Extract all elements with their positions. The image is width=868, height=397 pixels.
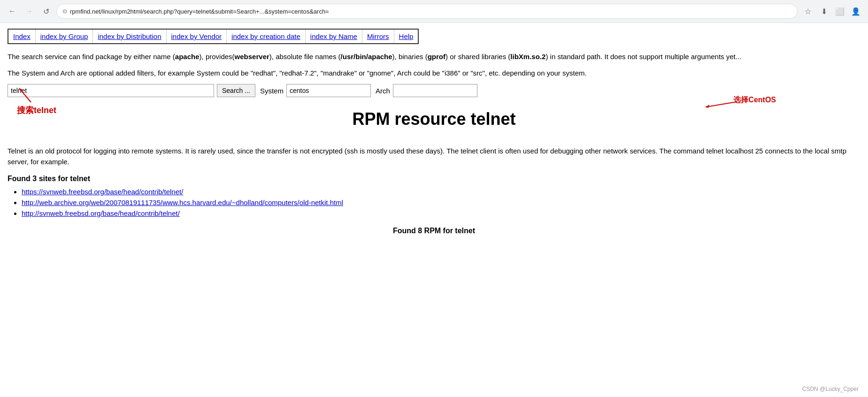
browser-chrome: ← → ↺ ⊙ rpmfind.net/linux/rpm2html/searc… — [0, 0, 868, 23]
url-text: rpmfind.net/linux/rpm2html/search.php?qu… — [70, 8, 791, 15]
bookmark-button[interactable]: ☆ — [801, 5, 814, 18]
search-telnet-annotation: 搜索telnet — [17, 105, 56, 116]
forward-button[interactable]: → — [23, 5, 36, 18]
nav-index-distribution[interactable]: index by Distribution — [93, 30, 166, 43]
browser-toolbar: ← → ↺ ⊙ rpmfind.net/linux/rpm2html/searc… — [0, 0, 868, 23]
found-rpm-heading: Found 8 RPM for telnet — [8, 227, 860, 235]
annotations-area: 搜索telnet RPM resource telnet 选择CentOS — [8, 100, 860, 142]
site-link-2[interactable]: http://web.archive.org/web/2007081911173… — [22, 198, 343, 206]
svg-marker-3 — [706, 105, 709, 108]
svg-line-2 — [706, 102, 734, 107]
profile-button[interactable]: 👤 — [849, 5, 862, 18]
download-button[interactable]: ⬇ — [817, 5, 830, 18]
bold-gprof: gprof — [428, 53, 446, 61]
search-input[interactable] — [8, 84, 214, 97]
arch-input[interactable] — [393, 84, 477, 97]
window-button[interactable]: ⬜ — [833, 5, 846, 18]
nav-index-creation-date[interactable]: index by creation date — [227, 30, 306, 43]
arrow-left-icon — [17, 86, 36, 105]
bold-libXm: libXm.so.2 — [510, 53, 545, 61]
nav-index-group[interactable]: index by Group — [36, 30, 93, 43]
bold-apache: apache — [175, 53, 200, 61]
nav-index[interactable]: Index — [8, 30, 36, 43]
security-icon: ⊙ — [62, 8, 67, 15]
back-button[interactable]: ← — [6, 5, 19, 18]
search-button[interactable]: Search ... — [217, 84, 255, 97]
arch-label: Arch — [376, 87, 390, 95]
nav-index-vendor[interactable]: index by Vendor — [167, 30, 227, 43]
nav-index-name[interactable]: index by Name — [306, 30, 362, 43]
nav-help[interactable]: Help — [394, 30, 418, 43]
system-label: System — [260, 87, 284, 95]
nav-table: Index index by Group index by Distributi… — [8, 29, 419, 44]
right-annotation-group: 选择CentOS — [733, 95, 776, 105]
address-bar[interactable]: ⊙ rpmfind.net/linux/rpm2html/search.php?… — [56, 4, 798, 19]
bold-filepath: /usr/bin/apache — [341, 53, 392, 61]
list-item: https://svnweb.freebsd.org/base/head/con… — [22, 188, 860, 196]
found-sites-heading: Found 3 sites for telnet — [8, 175, 860, 183]
center-annotation: RPM resource telnet — [352, 109, 515, 129]
arrow-right-icon — [701, 98, 738, 112]
bold-webserver: webserver — [235, 53, 269, 61]
result-description: Telnet is an old protocol for logging in… — [8, 146, 860, 167]
description-paragraph-2: The System and Arch are optional added f… — [8, 68, 860, 79]
site-link-1[interactable]: https://svnweb.freebsd.org/base/head/con… — [22, 188, 183, 196]
reload-button[interactable]: ↺ — [39, 5, 53, 18]
nav-mirrors[interactable]: Mirrors — [362, 30, 394, 43]
centos-annotation: 选择CentOS — [733, 96, 776, 104]
sites-list: https://svnweb.freebsd.org/base/head/con… — [22, 188, 860, 217]
search-form-area: Search ... System Arch — [8, 84, 860, 97]
list-item: http://svnweb.freebsd.org/base/head/cont… — [22, 209, 860, 217]
list-item: http://web.archive.org/web/2007081911173… — [22, 198, 860, 206]
description-paragraph-1: The search service can find package by e… — [8, 52, 860, 62]
system-input[interactable] — [286, 84, 371, 97]
site-link-3[interactable]: http://svnweb.freebsd.org/base/head/cont… — [22, 209, 180, 217]
toolbar-right: ☆ ⬇ ⬜ 👤 — [801, 5, 862, 18]
page-content: Index index by Group index by Distributi… — [0, 23, 868, 241]
